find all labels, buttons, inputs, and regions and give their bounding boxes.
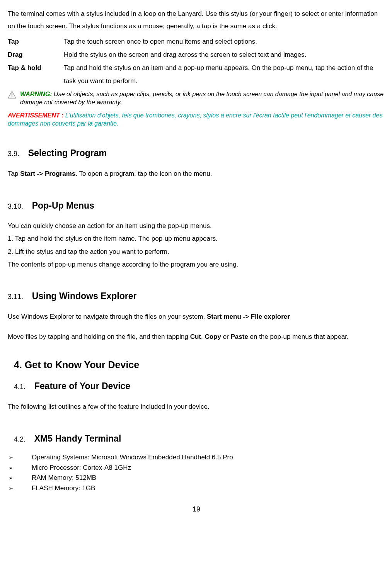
section-4-1-heading: 4.1. Feature of Your Device: [14, 378, 385, 395]
section-3-10-heading: 3.10. Pop-Up Menus: [8, 197, 385, 214]
def-desc: Tap the touch screen once to open menu i…: [64, 35, 385, 48]
def-desc: Tap and hold the stylus on an item and a…: [64, 61, 385, 88]
list-item: Micro Processor: Cortex-A8 1GHz: [9, 463, 385, 473]
avert-label: AVERTISSEMENT :: [8, 112, 63, 119]
bold-text: Paste: [230, 333, 248, 340]
heading-number: 3.11.: [8, 293, 23, 301]
heading-number: 4.2.: [14, 435, 26, 443]
section-3-9-heading: 3.9. Selecting Program: [8, 145, 385, 162]
chapter-4-heading: 4. Get to Know Your Device: [14, 356, 385, 374]
text: on the pop-up menus that appear.: [248, 333, 349, 340]
line: 1. Tap and hold the stylus on the item n…: [8, 232, 385, 245]
avertissement-block: AVERTISSEMENT : L'utilisation d'objets, …: [8, 111, 385, 128]
intro-paragraph: The terminal comes with a stylus include…: [8, 8, 385, 33]
line: Use Windows Explorer to navigate through…: [8, 310, 385, 323]
text: Use Windows Explorer to navigate through…: [8, 313, 207, 320]
warning-text: WARNING: Use of objects, such as paper c…: [20, 90, 385, 107]
bold-text: Cut: [190, 333, 201, 340]
list-text: RAM Memory: 512MB: [32, 474, 96, 481]
heading-title: Selecting Program: [28, 148, 107, 158]
section-4-2-heading: 4.2. XM5 Handy Terminal: [14, 430, 385, 447]
text: Tap: [8, 170, 20, 177]
text: . To open a program, tap the icon on the…: [75, 170, 212, 177]
spacer: [8, 323, 385, 330]
svg-rect-1: [12, 93, 12, 95]
def-term: Tap & hold: [8, 61, 64, 88]
def-desc: Hold the stylus on the screen and drag a…: [64, 48, 385, 61]
def-row-taphold: Tap & hold Tap and hold the stylus on an…: [8, 61, 385, 88]
bold-text: Copy: [205, 333, 221, 340]
avert-body: L'utilisation d'objets, tels que trombon…: [8, 112, 382, 127]
section-3-9-body: Tap Start -> Programs. To open a program…: [8, 167, 385, 180]
def-row-drag: Drag Hold the stylus on the screen and d…: [8, 48, 385, 61]
page-number: 19: [8, 503, 385, 516]
heading-number: 3.9.: [8, 150, 19, 158]
list-text: FLASH Memory: 1GB: [32, 484, 95, 492]
def-row-tap: Tap Tap the touch screen once to open me…: [8, 35, 385, 48]
list-item: RAM Memory: 512MB: [9, 473, 385, 483]
line: The contents of pop-up menus change acco…: [8, 258, 385, 271]
warning-label: WARNING:: [20, 91, 52, 97]
heading-number: 4.1.: [14, 383, 26, 391]
svg-rect-2: [12, 96, 12, 97]
section-3-11-body: Use Windows Explorer to navigate through…: [8, 310, 385, 343]
heading-number: 3.10.: [8, 202, 23, 210]
line: Move files by tapping and holding on the…: [8, 330, 385, 343]
feature-list: Operating Systems: Microsoft Windows Emb…: [9, 452, 385, 493]
text: ,: [201, 333, 205, 340]
text: Move files by tapping and holding on the…: [8, 333, 190, 340]
line: 2. Lift the stylus and tap the action yo…: [8, 245, 385, 258]
warning-block: WARNING: Use of objects, such as paper c…: [8, 90, 385, 107]
list-item: FLASH Memory: 1GB: [9, 483, 385, 493]
warning-body: Use of objects, such as paper clips, pen…: [20, 91, 383, 106]
list-item: Operating Systems: Microsoft Windows Emb…: [9, 452, 385, 462]
warning-icon: [8, 91, 16, 99]
def-term: Drag: [8, 48, 64, 61]
section-3-11-heading: 3.11. Using Windows Explorer: [8, 288, 385, 305]
line: You can quickly choose an action for an …: [8, 219, 385, 232]
heading-title: XM5 Handy Terminal: [34, 433, 121, 444]
definitions-table: Tap Tap the touch screen once to open me…: [8, 35, 385, 88]
heading-title: Pop-Up Menus: [32, 201, 94, 211]
section-3-10-body: You can quickly choose an action for an …: [8, 219, 385, 271]
list-text: Operating Systems: Microsoft Windows Emb…: [32, 454, 233, 461]
section-4-1-body: The following list outlines a few of the…: [8, 400, 385, 413]
bold-text: Start -> Programs: [20, 170, 75, 177]
text: or: [221, 333, 231, 340]
def-term: Tap: [8, 35, 64, 48]
bold-text: Start menu -> File explorer: [207, 313, 290, 320]
list-text: Micro Processor: Cortex-A8 1GHz: [32, 464, 131, 471]
heading-title: Using Windows Explorer: [32, 291, 137, 301]
heading-title: Feature of Your Device: [34, 381, 130, 391]
